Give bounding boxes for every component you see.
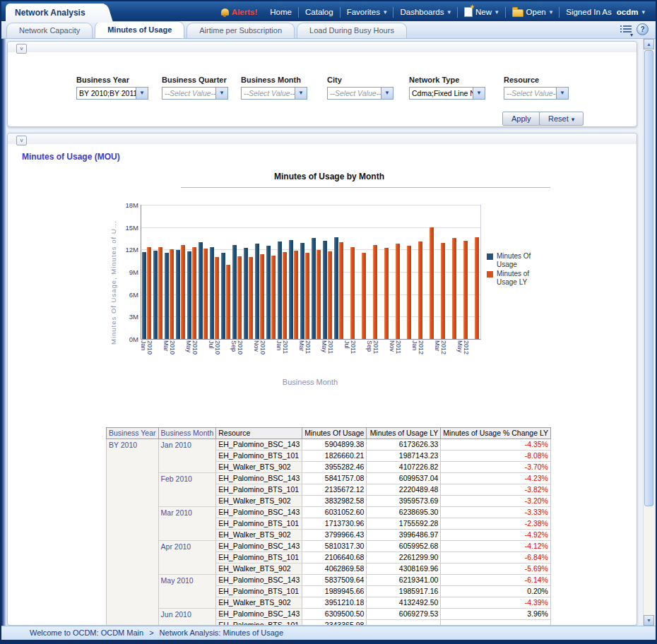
help-icon[interactable]: ?	[637, 23, 649, 35]
column-header-minutes-of-usage-ly[interactable]: Minutes of Usage LY	[367, 427, 441, 439]
breadcrumb-current[interactable]: Network Analysis: Minutes of Usage	[160, 628, 283, 637]
scroll-down-icon[interactable]: ▼	[644, 615, 654, 626]
breadcrumb-home-link[interactable]: Welcome to OCDM: OCDM Main	[30, 628, 143, 637]
bar-minutes-of-usage-ly[interactable]	[170, 249, 174, 339]
bar-minutes-of-usage-ly[interactable]	[249, 257, 253, 339]
chevron-down-icon[interactable]: ▼	[215, 88, 227, 99]
bar-minutes-of-usage-ly[interactable]	[452, 238, 456, 339]
bar-minutes-of-usage-ly[interactable]	[271, 256, 276, 339]
bar-minutes-of-usage[interactable]	[323, 241, 327, 339]
bar-minutes-of-usage-ly[interactable]	[328, 251, 332, 339]
bar-minutes-of-usage-ly[interactable]	[475, 237, 479, 339]
column-header-resource[interactable]: Resource	[216, 427, 302, 439]
column-header-business-month[interactable]: Business Month	[159, 427, 217, 439]
cell-business-month[interactable]: Jan 2010	[159, 439, 217, 451]
bar-minutes-of-usage-ly[interactable]	[181, 245, 185, 339]
apply-button[interactable]: Apply	[502, 112, 540, 126]
bar-minutes-of-usage-ly[interactable]	[294, 251, 298, 339]
menu-item-dashboards[interactable]: Dashboards▾	[393, 8, 457, 16]
scroll-up-icon[interactable]: ▲	[644, 39, 654, 49]
tab-minutes-of-usage[interactable]: Minutes of Usage	[95, 21, 184, 38]
bar-minutes-of-usage-ly[interactable]	[226, 265, 230, 339]
menu-item-favorites[interactable]: Favorites▾	[341, 8, 393, 16]
tab-network-capacity[interactable]: Network Capacity	[6, 23, 93, 38]
bar-minutes-of-usage[interactable]	[176, 250, 180, 339]
cell-resource: EH_Palomino_BSC_143	[216, 473, 302, 484]
bar-minutes-of-usage-ly[interactable]	[350, 247, 355, 339]
menu-item-label: Home	[270, 8, 292, 16]
bar-minutes-of-usage-ly[interactable]	[147, 247, 151, 339]
filter-select-resource[interactable]: --Select Value--▼	[504, 87, 569, 100]
bar-minutes-of-usage[interactable]	[210, 247, 214, 339]
bar-minutes-of-usage-ly[interactable]	[192, 247, 196, 339]
bar-minutes-of-usage[interactable]	[255, 244, 259, 339]
vertical-scrollbar[interactable]: ▲ ▼	[643, 39, 655, 626]
bar-minutes-of-usage-ly[interactable]	[463, 241, 468, 339]
cell-business-year[interactable]: BY 2010	[106, 439, 159, 451]
menu-item-catalog[interactable]: Catalog	[299, 8, 340, 16]
bar-minutes-of-usage[interactable]	[165, 253, 169, 339]
cell-business-month[interactable]: May 2010	[159, 575, 217, 586]
filter-select-business-quarter[interactable]: --Select Value--▼	[162, 87, 228, 100]
column-header-minutes-of-usage[interactable]: Minutes Of Usage	[302, 427, 367, 439]
bar-minutes-of-usage-ly[interactable]	[373, 245, 377, 339]
bar-minutes-of-usage-ly[interactable]	[237, 256, 242, 339]
bar-minutes-of-usage-ly[interactable]	[430, 227, 434, 339]
bar-minutes-of-usage[interactable]	[334, 237, 338, 339]
chevron-down-icon[interactable]: ▼	[556, 88, 568, 99]
menu-item-open[interactable]: Open▾	[506, 7, 560, 17]
reset-button[interactable]: Reset ▾	[539, 112, 584, 126]
bar-minutes-of-usage-ly[interactable]	[305, 253, 309, 339]
bar-minutes-of-usage-ly[interactable]	[396, 244, 400, 339]
filter-select-network-type[interactable]: Cdma;Fixed Line Netw▼	[409, 87, 485, 100]
menu-item-home[interactable]: Home	[264, 8, 298, 16]
tab-airtime-per-subscription[interactable]: Airtime per Subscription	[187, 23, 295, 38]
bar-minutes-of-usage-ly[interactable]	[260, 254, 264, 339]
bar-minutes-of-usage-ly[interactable]	[407, 246, 411, 339]
bar-minutes-of-usage[interactable]	[187, 251, 191, 339]
cell-business-month[interactable]: Apr 2010	[159, 541, 217, 552]
bar-minutes-of-usage-ly[interactable]	[339, 242, 343, 339]
bar-minutes-of-usage[interactable]	[221, 253, 225, 339]
bar-minutes-of-usage[interactable]	[289, 240, 293, 339]
bar-minutes-of-usage-ly[interactable]	[283, 252, 287, 339]
column-header-business-year[interactable]: Business Year	[106, 427, 159, 439]
filter-select-city[interactable]: --Select Value--▼	[327, 87, 393, 100]
bar-minutes-of-usage[interactable]	[278, 242, 282, 339]
bar-minutes-of-usage[interactable]	[266, 246, 271, 339]
bar-minutes-of-usage[interactable]	[244, 248, 248, 339]
chevron-down-icon[interactable]: ▼	[473, 88, 485, 99]
tab-load-during-busy-hours[interactable]: Load During Busy Hours	[297, 23, 407, 38]
column-header-minutes-of-usage-change-ly[interactable]: Minutes of Usage % Change LY	[441, 427, 551, 439]
bar-minutes-of-usage-ly[interactable]	[441, 243, 445, 339]
bar-minutes-of-usage-ly[interactable]	[203, 249, 208, 339]
bar-minutes-of-usage[interactable]	[312, 238, 316, 339]
bar-minutes-of-usage-ly[interactable]	[158, 247, 162, 339]
bar-minutes-of-usage-ly[interactable]	[384, 248, 389, 339]
bar-minutes-of-usage-ly[interactable]	[316, 250, 321, 339]
chevron-down-icon[interactable]: ▼	[295, 88, 307, 99]
bar-minutes-of-usage[interactable]	[199, 242, 203, 339]
chevron-down-icon[interactable]: ▼	[381, 88, 393, 99]
bar-minutes-of-usage[interactable]	[300, 243, 304, 339]
cell-business-month[interactable]: Mar 2010	[159, 507, 217, 518]
filter-select-business-year[interactable]: BY 2010;BY 2011;▼	[76, 87, 148, 100]
bar-minutes-of-usage-ly[interactable]	[362, 253, 366, 339]
bar-minutes-of-usage-ly[interactable]	[418, 242, 422, 339]
page-options-icon[interactable]	[620, 25, 632, 34]
collapse-prompts-icon[interactable]: v	[16, 44, 27, 54]
chevron-down-icon[interactable]: ▼	[136, 88, 148, 99]
bar-minutes-of-usage[interactable]	[232, 245, 237, 339]
menu-item-new[interactable]: New▾	[458, 7, 505, 17]
scrollbar-thumb[interactable]	[644, 50, 653, 506]
new-document-icon	[464, 7, 473, 17]
menu-item-signed-in-as[interactable]: Signed In Asocdm▾	[560, 8, 651, 16]
collapse-mou-icon[interactable]: v	[16, 136, 27, 145]
cell-business-month[interactable]: Feb 2010	[159, 473, 217, 484]
bar-minutes-of-usage[interactable]	[142, 252, 146, 339]
filter-select-business-month[interactable]: --Select Value--▼	[241, 87, 307, 100]
cell-business-month[interactable]: Jun 2010	[159, 609, 217, 620]
menu-item-alerts[interactable]: Alerts!	[215, 8, 264, 16]
bar-minutes-of-usage-ly[interactable]	[215, 257, 219, 339]
bar-minutes-of-usage[interactable]	[153, 251, 158, 339]
